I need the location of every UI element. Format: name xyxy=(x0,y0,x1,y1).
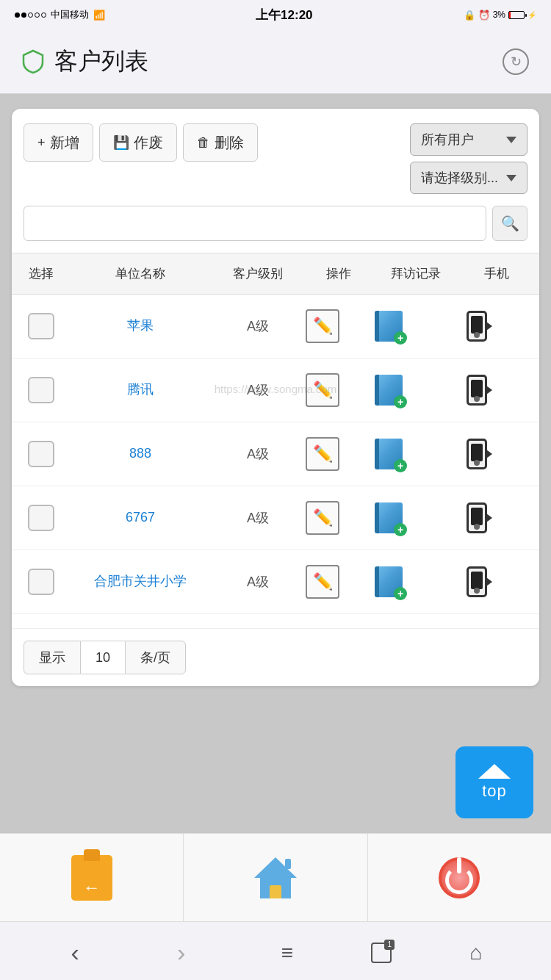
search-button[interactable]: 🔍 xyxy=(492,206,527,241)
customer-link-4[interactable]: 6767 xyxy=(126,510,155,525)
row-select-5 xyxy=(12,569,71,595)
ios-tabs-button[interactable]: 1 xyxy=(371,943,392,963)
phone-button-4[interactable] xyxy=(460,501,494,535)
clipboard-arrow-icon: ← xyxy=(83,879,101,896)
edit-button-4[interactable]: ✏️ xyxy=(306,501,339,535)
row-level-1: A级 xyxy=(210,317,306,335)
row-visit-2 xyxy=(372,373,460,407)
table-row: 888 A级 ✏️ xyxy=(12,422,539,486)
lock-icon: 🔒 xyxy=(464,10,475,21)
phone-icon xyxy=(467,502,487,533)
phone-arrow-icon xyxy=(486,450,492,458)
phone-arrow-icon xyxy=(486,577,492,586)
user-filter-label: 所有用户 xyxy=(421,131,474,148)
battery-label: 3% xyxy=(493,10,505,20)
scroll-to-top-button[interactable]: top xyxy=(455,746,533,818)
customer-link-3[interactable]: 888 xyxy=(129,446,151,461)
add-label: 新增 xyxy=(50,133,79,153)
row-action-2: ✏️ xyxy=(306,373,372,407)
nav-bar: 客户列表 ↻ xyxy=(0,29,551,94)
visit-book-icon xyxy=(375,566,403,597)
visit-button-5[interactable] xyxy=(372,565,406,599)
delete-label: 删除 xyxy=(215,133,244,153)
level-badge-1: A级 xyxy=(247,319,269,334)
row-select-3 xyxy=(12,441,71,467)
chevron-up-icon xyxy=(478,764,511,779)
tab-back[interactable]: ← xyxy=(0,834,184,921)
table-row: 苹果 A级 ✏️ xyxy=(12,295,539,359)
visit-button-1[interactable] xyxy=(372,309,406,343)
edit-button-2[interactable]: ✏️ xyxy=(306,373,339,407)
level-filter-label: 请选择级别... xyxy=(421,169,498,187)
checkbox-3[interactable] xyxy=(28,441,54,467)
ios-home-button[interactable]: ⌂ xyxy=(454,931,498,975)
row-name-2: 腾讯 xyxy=(71,381,210,399)
visit-button-2[interactable] xyxy=(372,373,406,407)
checkbox-1[interactable] xyxy=(28,313,54,339)
row-level-3: A级 xyxy=(210,445,306,463)
power-icon xyxy=(439,857,480,898)
visit-button-3[interactable] xyxy=(372,437,406,471)
phone-arrow-icon xyxy=(486,386,492,394)
row-level-4: A级 xyxy=(210,509,306,527)
phone-arrow-icon xyxy=(486,514,492,522)
phone-button-1[interactable] xyxy=(460,309,494,343)
customer-link-1[interactable]: 苹果 xyxy=(127,318,154,333)
level-badge-5: A级 xyxy=(247,574,269,589)
delete-button[interactable]: 🗑 删除 xyxy=(183,123,258,162)
phone-button-5[interactable] xyxy=(460,565,494,599)
alarm-icon: ⏰ xyxy=(478,10,490,21)
tab-logout[interactable] xyxy=(368,834,551,921)
row-name-4: 6767 xyxy=(71,508,210,527)
archive-button[interactable]: 💾 作废 xyxy=(99,123,177,162)
home-chimney xyxy=(285,859,291,869)
home-icon xyxy=(254,857,297,898)
phone-button-2[interactable] xyxy=(460,373,494,407)
level-filter-select[interactable]: 请选择级别... xyxy=(410,162,527,194)
checkbox-2[interactable] xyxy=(28,377,54,403)
table-header: 选择 单位名称 客户级别 操作 拜访记录 手机 xyxy=(12,253,539,295)
visit-button-4[interactable] xyxy=(372,501,406,535)
signal-dot-1 xyxy=(15,12,20,18)
row-action-1: ✏️ xyxy=(306,309,372,343)
row-phone-4 xyxy=(460,501,533,535)
page-title: 客户列表 xyxy=(54,46,148,78)
ios-back-button[interactable]: ‹ xyxy=(53,931,97,975)
customer-link-2[interactable]: 腾讯 xyxy=(127,382,154,397)
signal-dot-5 xyxy=(41,12,46,18)
phone-button-3[interactable] xyxy=(460,437,494,471)
add-button[interactable]: + 新增 xyxy=(24,123,93,162)
search-icon: 🔍 xyxy=(501,215,519,232)
customer-link-5[interactable]: 合肥市关井小学 xyxy=(94,574,187,588)
filter-group: 所有用户 请选择级别... xyxy=(410,123,527,194)
row-name-5: 合肥市关井小学 xyxy=(71,572,210,591)
row-level-2: A级 xyxy=(210,381,306,399)
row-select-4 xyxy=(12,505,71,531)
th-select: 选择 xyxy=(12,265,71,282)
search-input[interactable] xyxy=(24,206,486,241)
table-row: 合肥市关井小学 A级 ✏️ xyxy=(12,550,539,613)
bottom-spacer: top xyxy=(0,701,551,833)
row-visit-4 xyxy=(372,501,460,535)
checkbox-5[interactable] xyxy=(28,569,54,595)
user-filter-select[interactable]: 所有用户 xyxy=(410,123,527,156)
edit-button-1[interactable]: ✏️ xyxy=(306,309,339,343)
checkbox-4[interactable] xyxy=(28,505,54,531)
tab-home[interactable] xyxy=(184,834,367,921)
status-time: 上午12:20 xyxy=(256,7,312,24)
empty-row-spacer xyxy=(12,613,539,628)
edit-button-5[interactable]: ✏️ xyxy=(306,565,339,599)
ios-menu-button[interactable]: ≡ xyxy=(265,931,309,975)
edit-button-3[interactable]: ✏️ xyxy=(306,437,339,471)
phone-icon xyxy=(467,566,487,597)
battery-indicator xyxy=(508,11,525,19)
visit-book-icon xyxy=(375,311,403,342)
refresh-button[interactable]: ↻ xyxy=(503,48,529,75)
row-phone-1 xyxy=(460,309,533,343)
ios-forward-button[interactable]: › xyxy=(159,931,204,975)
table-row: 腾讯 A级 ✏️ xyxy=(12,359,539,422)
data-table: 选择 单位名称 客户级别 操作 拜访记录 手机 https://www.song… xyxy=(12,253,539,628)
signal-dot-3 xyxy=(28,12,33,18)
pagination-value[interactable]: 10 xyxy=(81,641,125,674)
clipboard-icon: ← xyxy=(71,855,112,901)
